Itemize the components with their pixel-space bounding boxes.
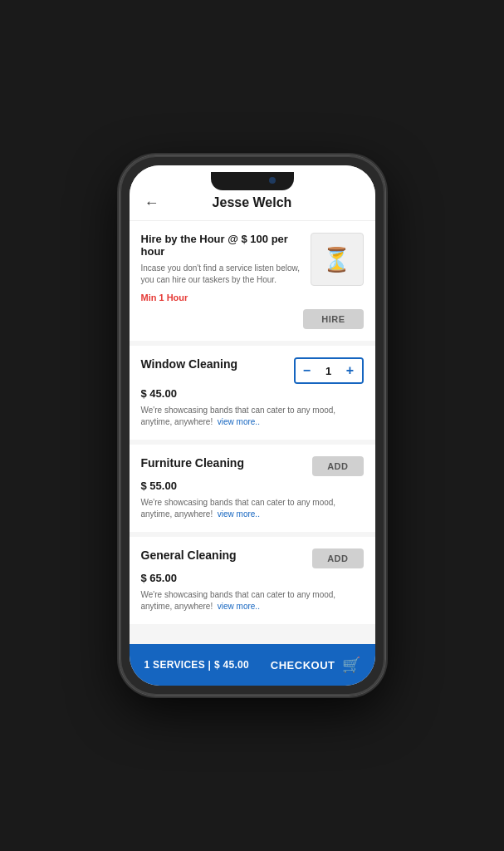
service-card-furniture-cleaning: Furniture Cleaning ADD $ 55.00 We're sho… (130, 445, 375, 532)
hire-card-bottom: HIRE (141, 309, 364, 329)
hire-card-left: Hire by the Hour @ $ 100 per hour Incase… (141, 233, 311, 303)
increment-button[interactable]: + (339, 359, 362, 382)
service-price: $ 55.00 (141, 480, 364, 492)
view-more-link[interactable]: view more.. (218, 509, 260, 519)
phone-screen: ← Jesse Welch Hire by the Hour @ $ 100 p… (130, 165, 375, 686)
quantity-counter: − 1 + (294, 357, 364, 384)
cart-icon: 🛒 (342, 656, 360, 674)
service-name: Window Cleaning (141, 357, 238, 371)
service-name: General Cleaning (141, 548, 237, 562)
add-button[interactable]: ADD (312, 456, 363, 476)
add-button[interactable]: ADD (312, 548, 363, 568)
service-card-general-cleaning: General Cleaning ADD $ 65.00 We're showc… (130, 537, 375, 624)
counter-value: 1 (319, 365, 339, 377)
service-card-window-cleaning: Window Cleaning − 1 + $ 45.00 We're show… (130, 346, 375, 440)
hire-card-top: Hire by the Hour @ $ 100 per hour Incase… (141, 233, 364, 303)
service-description: We're showcasing bands that can cater to… (141, 497, 364, 520)
content-area: Hire by the Hour @ $ 100 per hour Incase… (130, 221, 375, 644)
phone-notch (211, 172, 294, 190)
hourglass-icon: ⏳ (322, 246, 351, 273)
service-description: We're showcasing bands that can cater to… (141, 405, 364, 428)
page-title: Jesse Welch (213, 195, 292, 210)
service-name: Furniture Cleaning (141, 456, 244, 470)
hire-title: Hire by the Hour @ $ 100 per hour (141, 233, 302, 258)
back-button[interactable]: ← (141, 191, 163, 215)
hire-min-label: Min 1 Hour (141, 293, 302, 303)
header: ← Jesse Welch (130, 189, 375, 221)
hire-card: Hire by the Hour @ $ 100 per hour Incase… (130, 221, 375, 341)
svc-top: Window Cleaning − 1 + (141, 357, 364, 384)
phone-shell: ← Jesse Welch Hire by the Hour @ $ 100 p… (120, 155, 385, 696)
service-price: $ 65.00 (141, 572, 364, 584)
hire-button[interactable]: HIRE (303, 309, 363, 329)
svc-top: Furniture Cleaning ADD (141, 456, 364, 476)
service-price: $ 45.00 (141, 387, 364, 400)
decrement-button[interactable]: − (296, 359, 319, 382)
checkout-section[interactable]: CHECKOUT 🛒 (271, 656, 360, 674)
svc-top: General Cleaning ADD (141, 548, 364, 568)
bottom-bar: 1 SERVICES | $ 45.00 CHECKOUT 🛒 (130, 644, 375, 686)
hire-image: ⏳ (311, 233, 364, 286)
hire-description: Incase you don't find a service listen b… (141, 263, 302, 286)
checkout-label: CHECKOUT (271, 659, 335, 671)
view-more-link[interactable]: view more.. (218, 602, 260, 611)
services-summary: 1 SERVICES | $ 45.00 (144, 659, 250, 671)
service-description: We're showcasing bands that can cater to… (141, 589, 364, 612)
view-more-link[interactable]: view more.. (218, 417, 260, 426)
